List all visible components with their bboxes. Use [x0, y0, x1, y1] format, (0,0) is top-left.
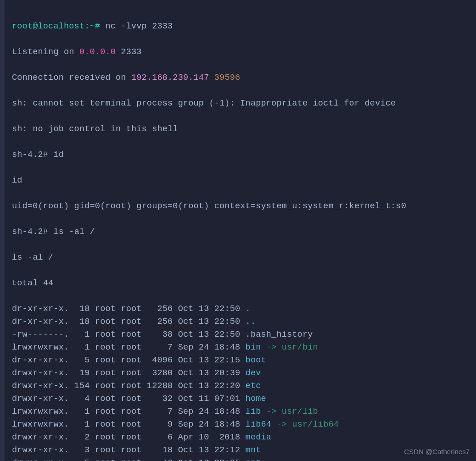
id-output: uid=0(root) gid=0(root) groups=0(root) c…: [12, 200, 406, 213]
ls-filename: opt: [246, 458, 261, 461]
sh-error-line: sh: cannot set terminal process group (-…: [12, 97, 406, 110]
ls-meta: dr-xr-xr-x. 18 root root 256 Oct 13 22:5…: [12, 317, 246, 327]
ls-filename: lib: [246, 407, 261, 417]
ls-filename: home: [246, 394, 266, 404]
total-line: total 44: [12, 277, 406, 290]
ls-row: lrwxrwxrwx. 1 root root 7 Sep 24 18:48 b…: [12, 341, 406, 354]
ls-filename: media: [246, 433, 272, 442]
sh-prompt: sh-4.2#: [12, 150, 53, 160]
ls-meta: drwxr-xr-x. 4 root root 32 Oct 11 07:01: [12, 394, 246, 404]
command-text: id: [53, 150, 64, 160]
listen-ip: 0.0.0.0: [79, 47, 116, 57]
ls-meta: dr-xr-xr-x. 5 root root 4096 Oct 13 22:1…: [12, 355, 246, 365]
ls-filename: bin: [246, 343, 261, 352]
ls-filename: ..: [246, 317, 256, 327]
connection-line: Connection received on 192.168.239.147 3…: [12, 72, 406, 84]
ls-row: lrwxrwxrwx. 1 root root 9 Sep 24 18:48 l…: [12, 418, 406, 431]
sh-error-line: sh: no job control in this shell: [12, 123, 406, 136]
space: [209, 73, 214, 83]
symlink-target: -> usr/lib64: [271, 420, 339, 429]
listen-port: 2333: [116, 47, 142, 57]
prompt-line: sh-4.2# ls -al /: [12, 226, 406, 239]
ls-filename: lib64: [246, 420, 272, 429]
echo-line: id: [12, 174, 406, 187]
editor-gutter: [0, 0, 5, 461]
ls-meta: lrwxrwxrwx. 1 root root 7 Sep 24 18:48: [12, 407, 246, 417]
ls-meta: lrwxrwxrwx. 1 root root 7 Sep 24 18:48: [12, 343, 246, 352]
text: Connection received on: [12, 73, 131, 83]
shell-prompt: root@localhost:~#: [12, 22, 105, 31]
ls-row: drwxr-xr-x. 154 root root 12288 Oct 13 2…: [12, 380, 406, 393]
command-text: nc -lvvp 2333: [105, 22, 173, 31]
symlink-target: -> usr/bin: [261, 343, 318, 352]
ls-row: drwxr-xr-x. 4 root root 32 Oct 11 07:01 …: [12, 393, 406, 405]
ls-row: -rw-------. 1 root root 38 Oct 13 22:50 …: [12, 328, 406, 341]
terminal-output[interactable]: root@localhost:~# nc -lvvp 2333 Listenin…: [12, 7, 406, 461]
remote-port: 39596: [214, 73, 241, 83]
listening-line: Listening on 0.0.0.0 2333: [12, 46, 406, 59]
command-text: ls -al /: [53, 227, 95, 237]
ls-meta: drwxr-xr-x. 19 root root 3280 Oct 13 20:…: [12, 368, 246, 378]
symlink-target: -> usr/lib: [261, 407, 318, 417]
ls-row: lrwxrwxrwx. 1 root root 7 Sep 24 18:48 l…: [12, 405, 406, 418]
ls-meta: drwxr-xr-x. 3 root root 18 Oct 13 22:12: [12, 445, 246, 455]
ls-meta: dr-xr-xr-x. 18 root root 256 Oct 13 22:5…: [12, 304, 246, 314]
ls-meta: drwxr-xr-x. 154 root root 12288 Oct 13 2…: [12, 381, 246, 391]
ls-row: dr-xr-xr-x. 5 root root 4096 Oct 13 22:1…: [12, 354, 406, 367]
watermark: CSDN @Catherines7: [404, 445, 470, 458]
sh-prompt: sh-4.2#: [12, 227, 53, 237]
ls-filename: etc: [246, 381, 261, 391]
ls-meta: lrwxrwxrwx. 1 root root 9 Sep 24 18:48: [12, 420, 246, 429]
ls-row: dr-xr-xr-x. 18 root root 256 Oct 13 22:5…: [12, 303, 406, 316]
ls-filename: .bash_history: [246, 330, 313, 339]
ls-meta: drwxr-xr-x. 5 root root 46 Oct 13 22:25: [12, 458, 246, 461]
prompt-line: root@localhost:~# nc -lvvp 2333: [12, 20, 406, 33]
ls-row: drwxr-xr-x. 2 root root 6 Apr 10 2018 me…: [12, 431, 406, 444]
ls-row: drwxr-xr-x. 3 root root 18 Oct 13 22:12 …: [12, 444, 406, 457]
ls-row: drwxr-xr-x. 19 root root 3280 Oct 13 20:…: [12, 367, 406, 380]
ls-filename: .: [246, 304, 251, 314]
ls-filename: dev: [246, 368, 261, 378]
echo-line: ls -al /: [12, 251, 406, 264]
ls-filename: boot: [246, 355, 266, 365]
ls-row: dr-xr-xr-x. 18 root root 256 Oct 13 22:5…: [12, 316, 406, 328]
ls-row: drwxr-xr-x. 5 root root 46 Oct 13 22:25 …: [12, 457, 406, 461]
text: Listening on: [12, 47, 79, 57]
prompt-line: sh-4.2# id: [12, 149, 406, 161]
ls-listing: dr-xr-xr-x. 18 root root 256 Oct 13 22:5…: [12, 303, 406, 461]
ls-meta: -rw-------. 1 root root 38 Oct 13 22:50: [12, 330, 246, 339]
ls-filename: mnt: [246, 445, 261, 455]
remote-ip: 192.168.239.147: [131, 73, 209, 83]
ls-meta: drwxr-xr-x. 2 root root 6 Apr 10 2018: [12, 433, 246, 442]
